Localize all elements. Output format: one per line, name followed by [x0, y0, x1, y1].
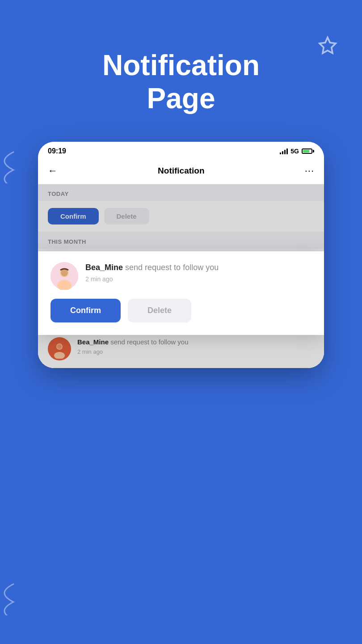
more-button[interactable]: ···	[305, 165, 314, 177]
popup-text: Bea_Mine send request to follow you 2 mi…	[85, 262, 219, 283]
wave-decoration-bottom	[0, 580, 18, 617]
wave-decoration-top	[0, 148, 18, 185]
phone-frame: 09:19 5G ← Notification ···	[38, 142, 324, 368]
popup-notif-row: Bea_Mine send request to follow you 2 mi…	[51, 262, 311, 290]
popup-actions: Confirm Delete	[51, 299, 311, 322]
popup-time: 2 min ago	[85, 275, 219, 283]
signal-icon	[280, 148, 288, 154]
popup-message: Bea_Mine send request to follow you	[85, 262, 219, 273]
network-type: 5G	[290, 148, 299, 155]
back-button[interactable]: ←	[48, 165, 58, 177]
notification-content: TODAY Confirm Delete THIS MONTH	[38, 184, 324, 368]
popup-confirm-button[interactable]: Confirm	[51, 299, 121, 322]
app-header: ← Notification ···	[38, 159, 324, 184]
svg-point-41	[61, 269, 68, 276]
page-title: Notification Page	[0, 0, 362, 142]
header-title: Notification	[158, 166, 205, 176]
popup-card: Bea_Mine send request to follow you 2 mi…	[38, 251, 324, 335]
popup-delete-button[interactable]: Delete	[128, 299, 191, 322]
status-bar: 09:19 5G	[38, 142, 324, 159]
battery-icon	[302, 148, 314, 154]
popup-avatar-bea	[51, 262, 78, 290]
phone-container: 09:19 5G ← Notification ···	[38, 142, 324, 368]
status-right: 5G	[280, 148, 314, 155]
status-time: 09:19	[48, 147, 66, 155]
